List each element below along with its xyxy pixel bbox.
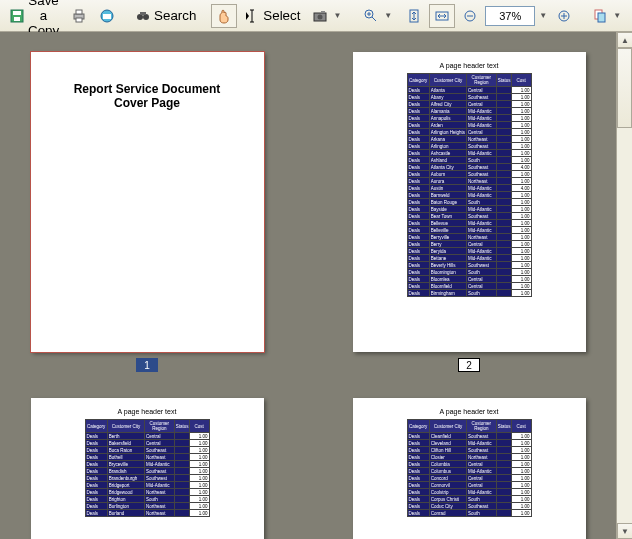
- select-label: Select: [263, 8, 300, 23]
- hand-icon: [216, 8, 232, 24]
- search-button[interactable]: Search: [130, 4, 201, 28]
- table-row: DealsArdenMid-Atlantic1.00: [407, 122, 531, 129]
- table-row: DealsBurlingtonNortheast1.00: [85, 503, 209, 510]
- table-row: DealsCoduc CitySoutheast1.00: [407, 503, 531, 510]
- zoom-in-icon: [363, 8, 379, 24]
- page-thumbnail[interactable]: A page header text CategoryCustomer City…: [16, 398, 278, 539]
- svg-rect-4: [76, 10, 82, 14]
- svg-rect-12: [321, 11, 325, 13]
- table-row: DealsBellevilleMid-Atlantic1.00: [407, 227, 531, 234]
- column-header: Category: [407, 420, 429, 433]
- column-header: Category: [407, 74, 429, 87]
- page-thumbnail[interactable]: Report Service Document Cover Page 1: [16, 52, 278, 372]
- table-row: DealsAlfred CityCentral1.00: [407, 101, 531, 108]
- fit-height-button[interactable]: [401, 4, 427, 28]
- svg-point-11: [318, 14, 323, 19]
- table-row: DealsBeverly HillsSouthwest1.00: [407, 262, 531, 269]
- zoom-out-button[interactable]: [457, 4, 483, 28]
- table-row: DealsAlamaniaMid-Atlantic1.00: [407, 108, 531, 115]
- svg-rect-2: [14, 17, 20, 21]
- text-cursor-icon: [244, 8, 260, 24]
- table-row: DealsBloomingtonSouth1.00: [407, 269, 531, 276]
- table-row: DealsBettaneMid-Atlantic1.00: [407, 255, 531, 262]
- save-copy-button[interactable]: Save a Copy: [4, 4, 64, 28]
- page-2[interactable]: A page header text CategoryCustomer City…: [353, 52, 586, 352]
- table-row: DealsBrandenburghSouthwest1.00: [85, 475, 209, 482]
- page-4[interactable]: A page header text CategoryCustomer City…: [353, 398, 586, 539]
- binoculars-icon: [135, 8, 151, 24]
- fit-height-icon: [406, 8, 422, 24]
- table-row: DealsClifton HillSoutheast1.00: [407, 447, 531, 454]
- table-row: DealsBrightonSouth1.00: [85, 496, 209, 503]
- page-1[interactable]: Report Service Document Cover Page: [31, 52, 264, 352]
- zoom-input[interactable]: [485, 6, 535, 26]
- table-row: DealsBurlandNortheast1.00: [85, 510, 209, 517]
- fit-width-button[interactable]: [429, 4, 455, 28]
- camera-icon: [312, 8, 328, 24]
- column-header: Cost: [511, 420, 531, 433]
- column-header: Customer Region: [145, 420, 175, 433]
- column-header: Status: [496, 420, 511, 433]
- select-tool-button[interactable]: Select: [239, 4, 305, 28]
- page-thumbnail[interactable]: A page header text CategoryCustomer City…: [338, 398, 600, 539]
- table-row: DealsCleanfieldSoutheast1.00: [407, 433, 531, 440]
- printer-icon: [71, 8, 87, 24]
- column-header: Cost: [511, 74, 531, 87]
- zoom-in-button[interactable]: [551, 4, 577, 28]
- table-row: DealsClevelandMid-Atlantic1.00: [407, 440, 531, 447]
- chevron-down-icon[interactable]: ▼: [537, 11, 549, 20]
- snapshot-button[interactable]: ▼: [307, 4, 348, 28]
- table-row: DealsAbanySoutheast1.00: [407, 94, 531, 101]
- table-row: DealsAnnapolisMid-Atlantic1.00: [407, 115, 531, 122]
- column-header: Customer City: [429, 420, 466, 433]
- table-row: DealsBaton RougeSouth1.00: [407, 199, 531, 206]
- svg-rect-19: [598, 13, 605, 22]
- scroll-up-button[interactable]: ▲: [617, 32, 632, 48]
- table-row: DealsAustinMid-Atlantic4.00: [407, 185, 531, 192]
- table-row: DealsColumbiaCentral1.00: [407, 461, 531, 468]
- hand-tool-button[interactable]: [211, 4, 237, 28]
- page-3[interactable]: A page header text CategoryCustomer City…: [31, 398, 264, 539]
- vertical-scrollbar[interactable]: ▲ ▼: [616, 32, 632, 539]
- table-row: DealsBridgewoodNortheast1.00: [85, 489, 209, 496]
- report-header: A page header text: [353, 398, 586, 419]
- scroll-track[interactable]: [617, 48, 632, 523]
- svg-rect-1: [13, 11, 21, 15]
- chevron-down-icon: ▼: [611, 11, 623, 20]
- table-row: DealsAuroraNortheast1.00: [407, 178, 531, 185]
- zoom-in-marquee-button[interactable]: ▼: [358, 4, 399, 28]
- email-button[interactable]: [94, 4, 120, 28]
- report-header: A page header text: [31, 398, 264, 419]
- scroll-thumb[interactable]: [617, 48, 632, 128]
- organize-button[interactable]: ▼: [587, 4, 628, 28]
- table-row: DealsBellevueMid-Atlantic1.00: [407, 220, 531, 227]
- page-thumbnails-viewer[interactable]: Report Service Document Cover Page 1 A p…: [0, 32, 616, 539]
- page-thumbnail[interactable]: A page header text CategoryCustomer City…: [338, 52, 600, 372]
- scroll-down-button[interactable]: ▼: [617, 523, 632, 539]
- cover-title-line1: Report Service Document: [31, 82, 264, 96]
- table-row: DealsBaysideMid-Atlantic1.00: [407, 206, 531, 213]
- column-header: Status: [174, 420, 189, 433]
- column-header: Category: [85, 420, 107, 433]
- table-row: DealsBrycevilleMid-Atlantic1.00: [85, 461, 209, 468]
- report-table: CategoryCustomer CityCustomer RegionStat…: [85, 419, 210, 517]
- report-table: CategoryCustomer CityCustomer RegionStat…: [407, 419, 532, 517]
- table-row: DealsAshlandSouth1.00: [407, 157, 531, 164]
- print-button[interactable]: [66, 4, 92, 28]
- column-header: Cost: [189, 420, 209, 433]
- table-row: DealsCoolstripMid-Atlantic1.00: [407, 489, 531, 496]
- table-row: DealsBerryCentral1.00: [407, 241, 531, 248]
- toolbar: Save a Copy Search Select ▼: [0, 0, 632, 32]
- column-header: Status: [496, 74, 511, 87]
- report-table: CategoryCustomer CityCustomer RegionStat…: [407, 73, 532, 297]
- column-header: Customer City: [107, 420, 144, 433]
- table-row: DealsAtlanta CitySoutheast4.00: [407, 164, 531, 171]
- svg-rect-9: [140, 12, 146, 15]
- minus-circle-icon: [462, 8, 478, 24]
- table-row: DealsBarnweldMid-Atlantic1.00: [407, 192, 531, 199]
- table-row: DealsConnorvilCentral1.00: [407, 482, 531, 489]
- table-row: DealsBothellNortheast1.00: [85, 454, 209, 461]
- envelope-icon: [99, 8, 115, 24]
- floppy-icon: [9, 8, 25, 24]
- table-row: DealsBakersfieldCentral1.00: [85, 440, 209, 447]
